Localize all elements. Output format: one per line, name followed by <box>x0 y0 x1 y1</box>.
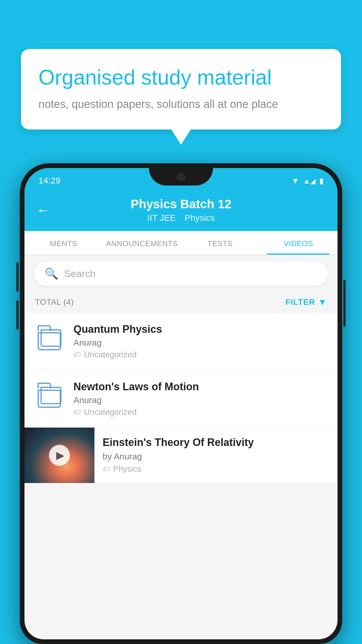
list-item[interactable]: Quantum Physics Anurag 🏷 Uncategorized <box>24 313 338 370</box>
tag-label: Uncategorized <box>84 407 137 417</box>
item-title: Quantum Physics <box>73 323 327 335</box>
folder-icon <box>38 325 61 350</box>
item-info: Einstein's Theory Of Relativity by Anura… <box>94 428 338 482</box>
phone-frame: 14:29 ▼ ▲◢ ▮ ← Physics Batch 12 IIT JEE … <box>20 163 342 644</box>
tag-icon: 🏷 <box>103 465 110 474</box>
tag-icon: 🏷 <box>73 408 81 417</box>
tab-videos[interactable]: VIDEOS <box>259 231 338 255</box>
app-bar-subtitle: IIT JEE Physics <box>147 213 215 223</box>
filter-button[interactable]: FILTER ▼ <box>285 297 327 307</box>
tag-label: Uncategorized <box>84 350 137 359</box>
video-list: Quantum Physics Anurag 🏷 Uncategorized <box>24 313 338 483</box>
search-icon: 🔍 <box>45 267 58 280</box>
item-author: Anurag <box>73 395 327 405</box>
list-item[interactable]: Newton's Laws of Motion Anurag 🏷 Uncateg… <box>24 370 338 428</box>
filter-row: TOTAL (4) FILTER ▼ <box>24 292 338 313</box>
status-icons: ▼ ▲◢ ▮ <box>292 176 324 186</box>
power-button[interactable] <box>343 280 346 327</box>
item-tag: 🏷 Physics <box>103 464 329 474</box>
item-info: Newton's Laws of Motion Anurag 🏷 Uncateg… <box>73 381 327 417</box>
item-title: Newton's Laws of Motion <box>73 381 327 393</box>
app-bar: ← Physics Batch 12 IIT JEE Physics <box>24 189 338 231</box>
bubble-title: Organised study material <box>38 65 324 90</box>
search-bar-wrapper: 🔍 Search <box>24 255 338 292</box>
tag-icon: 🏷 <box>73 350 81 359</box>
tab-announcements[interactable]: ANNOUNCEMENTS <box>103 231 181 255</box>
app-bar-category: IIT JEE <box>147 213 176 223</box>
play-button[interactable]: ▶ <box>49 445 70 466</box>
search-bar[interactable]: 🔍 Search <box>34 261 328 286</box>
status-time: 14:29 <box>38 176 60 186</box>
video-thumbnail: ▶ <box>24 428 94 483</box>
play-icon: ▶ <box>56 449 64 461</box>
item-tag: 🏷 Uncategorized <box>73 407 327 417</box>
app-bar-subject: Physics <box>184 213 215 223</box>
speech-bubble: Organised study material notes, question… <box>21 49 341 130</box>
item-icon-wrap <box>35 381 64 410</box>
phone-notch <box>149 168 213 186</box>
item-info: Quantum Physics Anurag 🏷 Uncategorized <box>73 323 327 359</box>
signal-icon: ▲◢ <box>303 177 315 185</box>
tab-tests[interactable]: TESTS <box>181 231 259 255</box>
total-count: TOTAL (4) <box>35 298 74 307</box>
list-item[interactable]: ▶ Einstein's Theory Of Relativity by Anu… <box>24 428 338 483</box>
item-tag: 🏷 Uncategorized <box>73 350 327 359</box>
wifi-icon: ▼ <box>292 176 299 186</box>
app-bar-title: Physics Batch 12 <box>131 197 231 211</box>
item-author: by Anurag <box>103 452 329 461</box>
item-author: Anurag <box>73 338 327 348</box>
filter-label: FILTER <box>285 298 315 307</box>
item-icon-wrap <box>35 323 64 352</box>
vol-down-button[interactable] <box>16 300 19 330</box>
front-camera <box>177 173 185 181</box>
vol-up-button[interactable] <box>16 262 19 292</box>
filter-icon: ▼ <box>318 297 327 307</box>
search-input[interactable]: Search <box>64 268 96 279</box>
tabs-bar: MENTS ANNOUNCEMENTS TESTS VIDEOS <box>24 231 338 255</box>
bubble-subtitle: notes, question papers, solutions all at… <box>38 97 324 112</box>
folder-icon <box>38 383 61 408</box>
phone-screen: 14:29 ▼ ▲◢ ▮ ← Physics Batch 12 IIT JEE … <box>24 168 338 639</box>
item-title: Einstein's Theory Of Relativity <box>103 436 329 449</box>
tag-label: Physics <box>113 464 141 474</box>
battery-icon: ▮ <box>319 176 324 186</box>
tab-ments[interactable]: MENTS <box>24 231 103 255</box>
back-button[interactable]: ← <box>36 202 50 218</box>
